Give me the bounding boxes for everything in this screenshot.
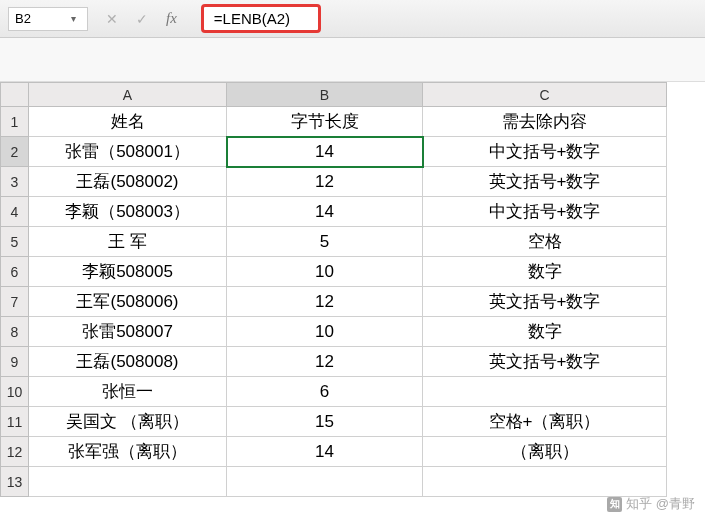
name-box-value: B2: [15, 11, 65, 26]
cell-b1[interactable]: 字节长度: [227, 107, 423, 137]
chevron-down-icon[interactable]: ▾: [65, 13, 81, 24]
cell[interactable]: 吴国文 （离职）: [29, 407, 227, 437]
cell[interactable]: 张雷508007: [29, 317, 227, 347]
cell[interactable]: 数字: [423, 317, 667, 347]
select-all-corner[interactable]: [1, 83, 29, 107]
cell[interactable]: 李颖（508003）: [29, 197, 227, 227]
row-header[interactable]: 12: [1, 437, 29, 467]
cell[interactable]: 张军强（离职）: [29, 437, 227, 467]
cell[interactable]: 14: [227, 197, 423, 227]
accept-icon[interactable]: ✓: [136, 11, 148, 27]
formula-text: =LENB(A2): [214, 10, 290, 27]
cell[interactable]: 6: [227, 377, 423, 407]
formula-toolbar: B2 ▾ ✕ ✓ fx =LENB(A2): [0, 0, 705, 38]
cell[interactable]: 王 军: [29, 227, 227, 257]
cell[interactable]: 张恒一: [29, 377, 227, 407]
row-header[interactable]: 13: [1, 467, 29, 497]
row-header[interactable]: 11: [1, 407, 29, 437]
row-header[interactable]: 6: [1, 257, 29, 287]
cell[interactable]: 空格+（离职）: [423, 407, 667, 437]
column-header-a[interactable]: A: [29, 83, 227, 107]
row-header[interactable]: 9: [1, 347, 29, 377]
cell[interactable]: [227, 467, 423, 497]
row-header[interactable]: 8: [1, 317, 29, 347]
cell[interactable]: 12: [227, 287, 423, 317]
cell[interactable]: 10: [227, 257, 423, 287]
cell[interactable]: 王磊(508008): [29, 347, 227, 377]
cell[interactable]: 中文括号+数字: [423, 137, 667, 167]
cell[interactable]: 14: [227, 437, 423, 467]
cell[interactable]: （离职）: [423, 437, 667, 467]
cell[interactable]: 张雷（508001）: [29, 137, 227, 167]
cell[interactable]: 李颖508005: [29, 257, 227, 287]
cell-a1[interactable]: 姓名: [29, 107, 227, 137]
spreadsheet-grid[interactable]: A B C 1 姓名 字节长度 需去除内容 2 张雷（508001） 14 中文…: [0, 82, 667, 497]
cell[interactable]: [29, 467, 227, 497]
fx-icon[interactable]: fx: [166, 10, 177, 27]
cell[interactable]: 空格: [423, 227, 667, 257]
row-header[interactable]: 1: [1, 107, 29, 137]
watermark: 知 知乎 @青野: [607, 495, 695, 513]
row-header[interactable]: 7: [1, 287, 29, 317]
row-header[interactable]: 4: [1, 197, 29, 227]
cell[interactable]: 王磊(508002): [29, 167, 227, 197]
row-header[interactable]: 2: [1, 137, 29, 167]
column-header-b[interactable]: B: [227, 83, 423, 107]
cell[interactable]: 5: [227, 227, 423, 257]
cell[interactable]: 数字: [423, 257, 667, 287]
cell[interactable]: 12: [227, 167, 423, 197]
cell[interactable]: 中文括号+数字: [423, 197, 667, 227]
formula-bar-buttons: ✕ ✓ fx: [88, 10, 195, 27]
cell[interactable]: 15: [227, 407, 423, 437]
cell[interactable]: 王军(508006): [29, 287, 227, 317]
row-header[interactable]: 5: [1, 227, 29, 257]
cell[interactable]: 英文括号+数字: [423, 287, 667, 317]
cell[interactable]: 10: [227, 317, 423, 347]
zhihu-icon: 知: [607, 497, 622, 512]
cell[interactable]: [423, 467, 667, 497]
watermark-text: 知乎 @青野: [626, 495, 695, 513]
row-header[interactable]: 3: [1, 167, 29, 197]
name-box[interactable]: B2 ▾: [8, 7, 88, 31]
ribbon-spacer: [0, 38, 705, 82]
row-header[interactable]: 10: [1, 377, 29, 407]
cancel-icon[interactable]: ✕: [106, 11, 118, 27]
cell-selected[interactable]: 14: [227, 137, 423, 167]
cell[interactable]: 12: [227, 347, 423, 377]
cell-c1[interactable]: 需去除内容: [423, 107, 667, 137]
cell[interactable]: 英文括号+数字: [423, 347, 667, 377]
column-header-c[interactable]: C: [423, 83, 667, 107]
cell[interactable]: 英文括号+数字: [423, 167, 667, 197]
cell[interactable]: [423, 377, 667, 407]
formula-input[interactable]: =LENB(A2): [201, 4, 321, 33]
